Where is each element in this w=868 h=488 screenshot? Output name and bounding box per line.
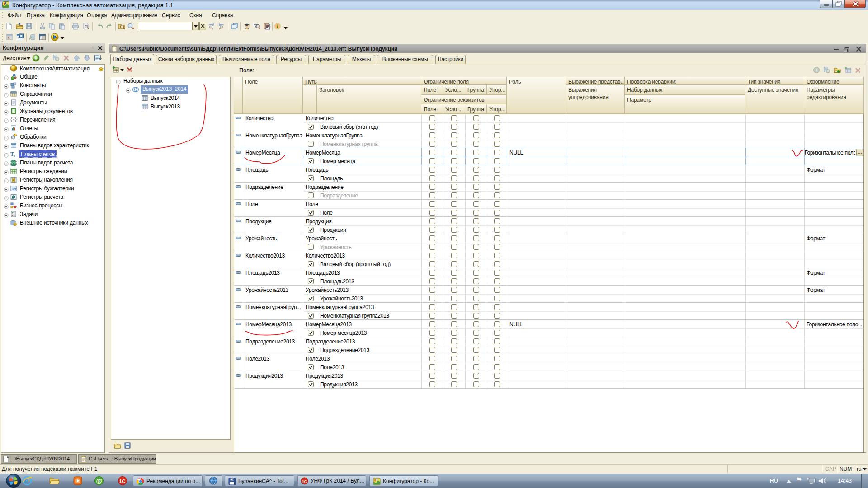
svg-text:Тт: Тт	[12, 186, 17, 191]
svg-text:e: e	[24, 477, 28, 484]
svg-text:т: т	[14, 153, 16, 158]
svg-text:@: @	[96, 477, 103, 484]
svg-text:1С: 1С	[302, 479, 307, 484]
svg-text:1С: 1С	[119, 479, 126, 484]
